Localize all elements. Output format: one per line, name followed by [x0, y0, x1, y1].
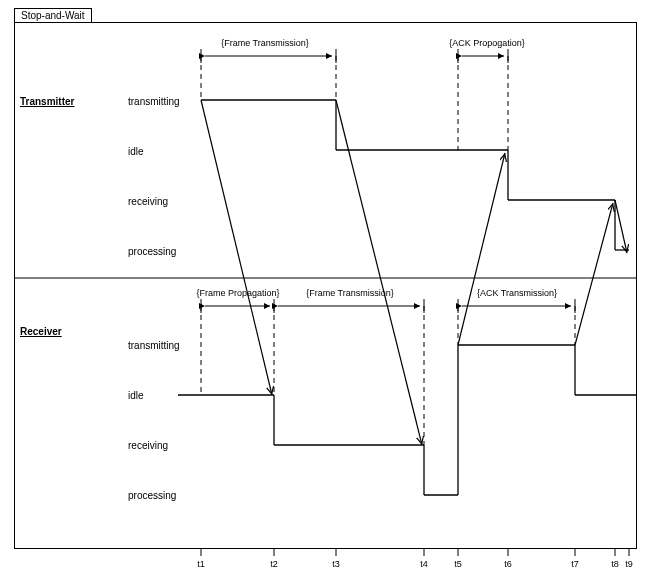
svg-line-18: [201, 100, 272, 395]
state-tx-idle: idle: [128, 146, 144, 157]
diagram-canvas: Stop-and-Wait Transmitter transmitting i…: [0, 0, 651, 583]
annot-frame-tx-top: {Frame Transmission}: [221, 38, 309, 48]
role-transmitter: Transmitter: [20, 96, 75, 107]
frame-tab: Stop-and-Wait: [14, 8, 92, 22]
tick-t8: t8: [611, 559, 619, 569]
tick-t9: t9: [625, 559, 633, 569]
tick-t5: t5: [454, 559, 462, 569]
tick-t6: t6: [504, 559, 512, 569]
state-tx-receiving: receiving: [128, 196, 168, 207]
tick-t3: t3: [332, 559, 340, 569]
state-rx-receiving: receiving: [128, 440, 168, 451]
svg-line-20: [458, 153, 505, 345]
state-rx-transmitting: transmitting: [128, 340, 180, 351]
tick-t1: t1: [197, 559, 205, 569]
state-tx-processing: processing: [128, 246, 176, 257]
time-ticks: t1 t2 t3 t4 t5 t6 t7 t8 t9: [197, 549, 633, 569]
tick-t4: t4: [420, 559, 428, 569]
tick-t7: t7: [571, 559, 579, 569]
annot-ack-prop-top: {ACK Propogation}: [449, 38, 525, 48]
svg-line-19: [336, 100, 422, 445]
annot-frame-tx-bottom: {Frame Transmission}: [306, 288, 394, 298]
timing-svg: Transmitter transmitting idle receiving …: [0, 0, 651, 583]
svg-line-22: [615, 200, 627, 253]
state-rx-processing: processing: [128, 490, 176, 501]
role-receiver: Receiver: [20, 326, 62, 337]
tick-t2: t2: [270, 559, 278, 569]
state-rx-idle: idle: [128, 390, 144, 401]
annot-ack-tx: {ACK Transmission}: [477, 288, 557, 298]
svg-line-21: [575, 203, 613, 345]
state-tx-transmitting: transmitting: [128, 96, 180, 107]
annot-frame-prop: {Frame Propagation}: [196, 288, 279, 298]
